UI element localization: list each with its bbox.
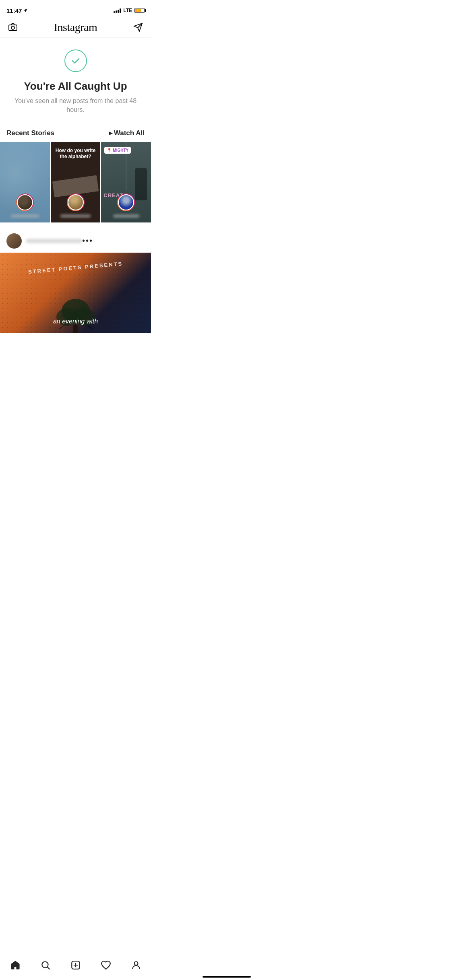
post-avatar-image bbox=[6, 233, 22, 249]
signal-bar-2 bbox=[116, 10, 117, 13]
story-2-avatar-container bbox=[67, 194, 85, 211]
post-header: ••• bbox=[0, 233, 151, 253]
status-time: 11:47 bbox=[6, 7, 27, 14]
story-2-username-blur bbox=[60, 214, 91, 218]
camera-icon bbox=[8, 23, 18, 32]
story-3-avatar bbox=[118, 194, 134, 210]
signal-bar-1 bbox=[114, 11, 115, 13]
caught-up-section: You're All Caught Up You've seen all new… bbox=[0, 37, 151, 123]
story-3-username-blur bbox=[113, 214, 139, 218]
camera-button[interactable] bbox=[6, 23, 19, 32]
stories-title: Recent Stories bbox=[6, 129, 54, 137]
story-1-username bbox=[0, 212, 50, 219]
story-1-username-blur bbox=[11, 214, 39, 218]
battery-bolt: ⚡ bbox=[136, 9, 140, 12]
story-3-username bbox=[101, 212, 151, 219]
divider-row bbox=[8, 49, 143, 72]
story-1-avatar-ring bbox=[16, 194, 34, 211]
paper-plane-icon bbox=[133, 23, 143, 32]
stories-header: Recent Stories ▶ Watch All bbox=[0, 129, 151, 137]
story-2-text: How do you write the alphabet? bbox=[51, 148, 101, 160]
story-card-3[interactable]: 📍 MIGHTY CREAT bbox=[101, 142, 151, 222]
tree-silhouette bbox=[39, 293, 112, 333]
story-2-avatar-ring bbox=[67, 194, 85, 211]
svg-rect-0 bbox=[9, 25, 17, 31]
story-2-username bbox=[51, 212, 101, 219]
post-avatar[interactable] bbox=[6, 233, 22, 249]
caught-up-title: You're All Caught Up bbox=[24, 80, 127, 93]
post-image-bottom-text: an evening with bbox=[0, 318, 151, 325]
story-3-avatar-container bbox=[117, 194, 135, 211]
signal-bars bbox=[114, 8, 121, 13]
person-silhouette bbox=[135, 168, 147, 200]
lte-label: LTE bbox=[123, 8, 132, 13]
location-name: MIGHTY bbox=[113, 148, 128, 152]
status-bar: 11:47 LTE ⚡ bbox=[0, 0, 151, 18]
post-username bbox=[26, 239, 82, 243]
watch-all-button[interactable]: ▶ Watch All bbox=[109, 129, 145, 137]
signal-bar-3 bbox=[118, 10, 119, 13]
post-more-button[interactable]: ••• bbox=[82, 236, 93, 245]
recent-stories-section: Recent Stories ▶ Watch All How do you wr… bbox=[0, 123, 151, 229]
story-3-avatar-ring bbox=[117, 194, 135, 211]
story-2-avatar bbox=[68, 194, 84, 210]
stories-grid: How do you write the alphabet? 📍 MI bbox=[0, 142, 151, 222]
status-right: LTE ⚡ bbox=[114, 8, 145, 13]
app-logo: Instagram bbox=[54, 21, 97, 34]
post-item: ••• STREET POETS PRESENTS an evening wit… bbox=[0, 229, 151, 333]
post-image: STREET POETS PRESENTS an evening with bbox=[0, 253, 151, 333]
svg-point-1 bbox=[11, 26, 14, 29]
story-1-avatar-container bbox=[16, 194, 34, 211]
location-pin-icon: 📍 bbox=[107, 148, 112, 152]
caught-up-subtitle: You've seen all new posts from the past … bbox=[8, 97, 143, 115]
story-card-1[interactable] bbox=[0, 142, 50, 222]
watch-all-label: Watch All bbox=[114, 129, 145, 137]
play-icon: ▶ bbox=[109, 130, 112, 136]
direct-messages-button[interactable] bbox=[132, 23, 145, 32]
battery-fill: ⚡ bbox=[135, 9, 141, 12]
story-3-location-badge: 📍 MIGHTY bbox=[104, 147, 131, 154]
location-arrow-icon bbox=[23, 8, 27, 12]
checkmark-icon bbox=[70, 55, 81, 66]
divider-right bbox=[93, 61, 143, 61]
story-1-avatar bbox=[17, 194, 33, 210]
signal-bar-4 bbox=[120, 8, 121, 13]
story-card-2[interactable]: How do you write the alphabet? bbox=[51, 142, 101, 222]
svg-rect-6 bbox=[73, 325, 78, 333]
app-header: Instagram bbox=[0, 18, 151, 37]
check-circle bbox=[64, 49, 87, 72]
divider-left bbox=[8, 61, 58, 61]
battery-icon: ⚡ bbox=[134, 8, 145, 13]
